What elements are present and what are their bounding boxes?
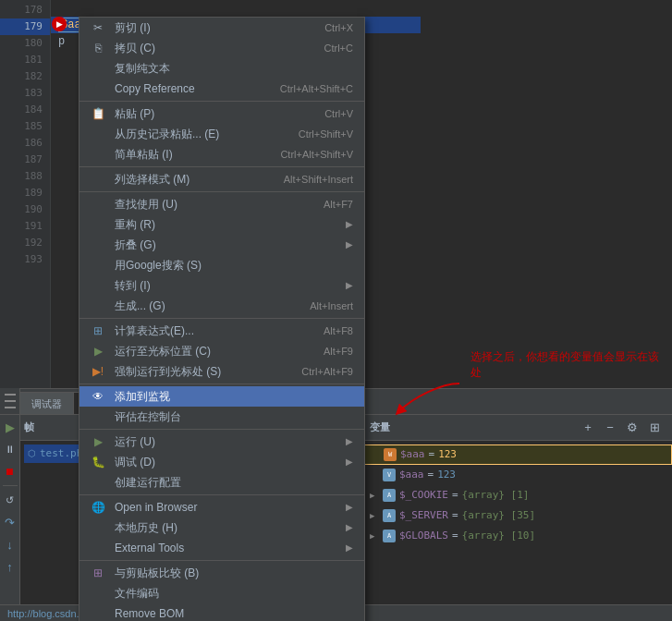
side-icon-bar [0, 388, 20, 414]
generate-icon [91, 298, 105, 313]
menu-item-debug[interactable]: 🐛 调试 (D) ▶ [79, 452, 364, 472]
var-array-icon: A [383, 489, 396, 502]
encoding-icon [91, 586, 105, 601]
menu-item-force-run-cursor[interactable]: ▶! 强制运行到光标处 (S) Ctrl+Alt+F9 [79, 361, 364, 382]
refactor-icon [91, 217, 105, 232]
menu-item-file-encoding[interactable]: 文件编码 [79, 583, 364, 603]
menu-item-remove-bom[interactable]: Remove BOM [79, 603, 364, 621]
var-globals[interactable]: ▶ A $GLOBALS = {array} [10] [362, 526, 672, 546]
browser-icon: 🌐 [91, 500, 105, 515]
menu-separator-4 [79, 318, 364, 319]
tab-debugger[interactable]: 调试器 [20, 392, 74, 414]
fold-icon [91, 237, 105, 252]
run-cursor-icon: ▶ [91, 344, 105, 359]
menu-separator-8 [79, 560, 364, 561]
var-server[interactable]: ▶ A $_SERVER = {array} [35] [362, 505, 672, 526]
line-num-189: 189 [0, 185, 50, 201]
left-icon-bar: ▶ ⏸ ⏹ ↺ ↷ ↓ ↑ [0, 415, 20, 621]
var-remove-btn[interactable]: − [600, 419, 620, 437]
annotation-text: 选择之后，你想看的变量值会显示在该处 [470, 349, 665, 381]
var-array-icon-2: A [383, 509, 396, 522]
menu-item-paste[interactable]: 📋 粘贴 (P) Ctrl+V [79, 104, 364, 124]
arrow-debug: ▶ [346, 452, 353, 472]
menu-item-local-history[interactable]: 本地历史 (H) ▶ [79, 518, 364, 538]
menu-item-run-cursor[interactable]: ▶ 运行至光标位置 (C) Alt+F9 [79, 341, 364, 361]
menu-item-evaluate-console[interactable]: 评估在控制台 [79, 407, 364, 427]
force-run-icon: ▶! [91, 364, 105, 379]
paste-history-icon [91, 127, 105, 141]
console-icon [91, 409, 105, 424]
menu-item-column-select[interactable]: 列选择模式 (M) Alt+Shift+Insert [79, 169, 364, 189]
menu-item-evaluate[interactable]: ⊞ 计算表达式(E)... Alt+F8 [79, 321, 364, 341]
var-array-icon-3: A [383, 530, 396, 542]
paste-icon: 📋 [91, 106, 105, 121]
arrow-icon: ▶ [346, 214, 353, 235]
line-num-192: 192 [0, 235, 50, 251]
menu-separator-2 [79, 166, 364, 167]
run-icon: ▶ [91, 434, 105, 449]
breakpoint-marker: ▶ [52, 17, 67, 31]
line-num-182: 182 [0, 68, 50, 85]
menu-item-copy-reference[interactable]: Copy Reference Ctrl+Alt+Shift+C [79, 79, 364, 99]
line-num-193: 193 [0, 251, 50, 268]
arrow-icon-goto: ▶ [346, 275, 353, 296]
find-icon [91, 197, 105, 212]
menu-separator-5 [79, 384, 364, 384]
menu-item-refactor[interactable]: 重构 (R) ▶ [79, 214, 364, 235]
config-icon [91, 475, 105, 490]
arrow-history: ▶ [346, 518, 353, 538]
copy-icon: ⎘ [91, 41, 105, 55]
chevron-icon-cookie: ▶ [370, 485, 379, 505]
menu-separator-1 [79, 101, 364, 102]
menu-item-add-watch[interactable]: 👁 添加到监视 [79, 386, 364, 407]
menu-item-cut[interactable]: ✂ 剪切 (I) Ctrl+X [79, 18, 364, 38]
var-cookie[interactable]: ▶ A $_COOKIE = {array} [1] [362, 485, 672, 505]
debug-icon: 🐛 [91, 455, 105, 469]
line-num-185: 185 [0, 118, 50, 135]
menu-item-paste-history[interactable]: 从历史记录粘贴... (E) Ctrl+Shift+V [79, 124, 364, 144]
menu-item-external-tools[interactable]: External Tools ▶ [79, 538, 364, 558]
bom-icon [91, 606, 105, 621]
blank-icon [91, 61, 105, 76]
annotation-arrow [395, 379, 469, 416]
arrow-tools: ▶ [346, 538, 353, 558]
step-over-icon[interactable]: ↷ [2, 514, 18, 530]
menu-item-compare-clipboard[interactable]: ⊞ 与剪贴板比较 (B) [79, 563, 364, 583]
line-num-190: 190 [0, 201, 50, 218]
step-out-icon[interactable]: ↑ [2, 558, 18, 575]
watch-var-aaa[interactable]: W $aaa = 123 [362, 444, 672, 465]
step-into-icon[interactable]: ↓ [2, 536, 18, 553]
context-menu: ✂ 剪切 (I) Ctrl+X ⎘ 拷贝 (C) Ctrl+C 复制纯文本 Co… [79, 17, 365, 621]
menu-item-run[interactable]: ▶ 运行 (U) ▶ [79, 432, 364, 452]
var-aaa[interactable]: V $aaa = 123 [362, 465, 672, 485]
goto-icon [91, 278, 105, 293]
line-num-184: 184 [0, 102, 50, 118]
line-num-187: 187 [0, 152, 50, 168]
watch-icon: 👁 [91, 389, 105, 404]
line-num-178: 178 [0, 2, 50, 18]
menu-item-generate[interactable]: 生成... (G) Alt+Insert [79, 296, 364, 316]
menu-item-simple-paste[interactable]: 简单粘贴 (I) Ctrl+Alt+Shift+V [79, 144, 364, 164]
pause-icon[interactable]: ⏸ [2, 441, 18, 457]
menu-item-copy-plain[interactable]: 复制纯文本 [79, 58, 364, 79]
line-num-186: 186 [0, 135, 50, 152]
menu-item-fold[interactable]: 折叠 (G) ▶ [79, 235, 364, 255]
frame-icon: ⬡ [28, 444, 36, 463]
chevron-icon-server: ▶ [370, 505, 379, 526]
line-num-191: 191 [0, 218, 50, 235]
menu-item-find-usages[interactable]: 查找使用 (U) Alt+F7 [79, 194, 364, 214]
menu-item-copy[interactable]: ⎘ 拷贝 (C) Ctrl+C [79, 38, 364, 58]
menu-separator-3 [79, 191, 364, 192]
simple-paste-icon [91, 147, 105, 162]
var-settings-btn[interactable]: ⚙ [622, 419, 642, 437]
var-sort-btn[interactable]: ⊞ [644, 419, 665, 437]
var-add-btn[interactable]: + [578, 419, 598, 437]
menu-item-open-browser[interactable]: 🌐 Open in Browser ▶ [79, 497, 364, 518]
menu-item-google[interactable]: 用Google搜索 (S) [79, 255, 364, 275]
rerun-icon[interactable]: ↺ [2, 492, 18, 508]
menu-item-goto[interactable]: 转到 (I) ▶ [79, 275, 364, 296]
play-debug-icon[interactable]: ▶ [2, 419, 18, 435]
stop-icon[interactable]: ⏹ [2, 463, 18, 480]
menu-item-create-config[interactable]: 创建运行配置 [79, 472, 364, 493]
variables-toolbar: 变量 + − ⚙ ⊞ [362, 415, 672, 441]
